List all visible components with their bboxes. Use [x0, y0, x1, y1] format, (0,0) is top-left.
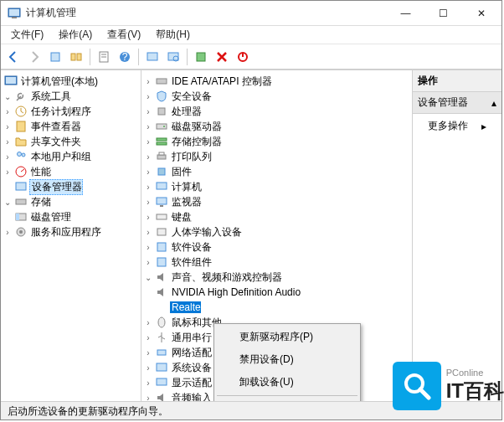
tree-devmgr[interactable]: 设备管理器: [3, 179, 139, 194]
up-button[interactable]: [46, 48, 64, 66]
show-hide-button[interactable]: [67, 48, 85, 66]
expand-icon[interactable]: ›: [143, 378, 153, 388]
back-button[interactable]: [4, 48, 23, 66]
svg-rect-4: [71, 54, 75, 60]
expand-icon[interactable]: ›: [3, 107, 13, 116]
properties-button[interactable]: [95, 48, 113, 66]
tb-scan-icon[interactable]: [143, 48, 162, 66]
expand-icon[interactable]: ›: [143, 77, 153, 86]
forward-button[interactable]: [25, 48, 44, 66]
tb-scan2-icon[interactable]: [164, 48, 183, 66]
svg-rect-42: [157, 229, 166, 235]
svg-rect-48: [157, 378, 167, 385]
collapse-icon[interactable]: ⌄: [3, 92, 13, 101]
actions-more[interactable]: 更多操作 ▸: [413, 114, 501, 138]
cat-monitor[interactable]: ›监视器: [143, 194, 410, 209]
separator: [138, 49, 139, 65]
cat-printq[interactable]: ›打印队列: [143, 149, 410, 164]
cat-diskdrv[interactable]: ›磁盘驱动器: [143, 119, 410, 134]
collapse-icon[interactable]: ▴: [491, 97, 496, 109]
expand-icon[interactable]: ›: [143, 92, 153, 101]
cat-softcomp[interactable]: ›软件组件: [143, 255, 410, 270]
expand-icon[interactable]: ›: [143, 318, 153, 327]
tb-update-icon[interactable]: [192, 48, 210, 66]
cat-sound[interactable]: ⌄声音、视频和游戏控制器: [143, 270, 410, 285]
tree-eventv[interactable]: ›事件查看器: [3, 119, 139, 134]
expand-icon[interactable]: ›: [143, 122, 153, 131]
expand-icon[interactable]: ›: [143, 394, 153, 402]
cat-softdev[interactable]: ›软件设备: [143, 239, 410, 255]
tree-task[interactable]: ›任务计划程序: [3, 104, 139, 119]
expand-icon[interactable]: ›: [143, 243, 153, 252]
clock-icon: [14, 105, 28, 118]
mouse-icon: [155, 316, 168, 329]
tree-root[interactable]: 计算机管理(本地): [3, 74, 139, 89]
tree-diskmgr[interactable]: 磁盘管理: [3, 209, 139, 224]
expand-icon[interactable]: ›: [143, 198, 153, 207]
cat-firmware[interactable]: ›固件: [143, 164, 410, 179]
tree-systools[interactable]: ⌄系统工具: [3, 89, 139, 104]
printer-icon: [155, 150, 168, 163]
close-button[interactable]: ✕: [462, 2, 500, 25]
device-tree-pane[interactable]: ›IDE ATA/ATAPI 控制器 ›安全设备 ›处理器 ›磁盘驱动器 ›存储…: [141, 70, 413, 401]
expand-icon[interactable]: ›: [143, 107, 153, 116]
expand-icon[interactable]: ›: [143, 348, 153, 358]
expand-icon[interactable]: ›: [143, 137, 153, 147]
ctx-scan-hardware[interactable]: 扫描检测硬件改动(A): [216, 398, 358, 401]
cat-cpu[interactable]: ›处理器: [143, 104, 410, 119]
tree-storage[interactable]: ⌄存储: [3, 194, 139, 209]
expand-icon[interactable]: ›: [143, 152, 153, 162]
minimize-button[interactable]: —: [387, 2, 424, 25]
left-tree: 计算机管理(本地) ⌄系统工具 ›任务计划程序 ›事件查看器 ›共享文件夹 ›本…: [3, 74, 139, 239]
tb-disable-icon[interactable]: [234, 48, 252, 66]
expand-icon[interactable]: ›: [143, 228, 153, 237]
expand-icon[interactable]: ›: [143, 363, 153, 373]
svg-rect-43: [157, 243, 166, 251]
expand-icon[interactable]: ›: [3, 137, 13, 147]
menu-help[interactable]: 帮助(H): [149, 26, 197, 44]
storage-icon: [14, 195, 28, 208]
dev-nvidia[interactable]: NVIDIA High Definition Audio: [143, 285, 410, 300]
cat-keyboard[interactable]: ›键盘: [143, 209, 410, 224]
tree-services[interactable]: ›服务和应用程序: [3, 224, 139, 239]
left-tree-pane[interactable]: 计算机管理(本地) ⌄系统工具 ›任务计划程序 ›事件查看器 ›共享文件夹 ›本…: [1, 70, 141, 401]
ctx-uninstall-device[interactable]: 卸载设备(U): [216, 371, 358, 394]
svg-rect-24: [16, 199, 26, 204]
expand-icon[interactable]: ›: [143, 213, 153, 222]
menu-view[interactable]: 查看(V): [100, 26, 147, 44]
collapse-icon[interactable]: ⌄: [143, 273, 153, 282]
expand-icon[interactable]: ›: [3, 122, 13, 131]
cat-security[interactable]: ›安全设备: [143, 89, 410, 104]
monitor-icon: [155, 195, 168, 208]
expand-icon[interactable]: ›: [143, 333, 153, 342]
cat-hid[interactable]: ›人体学输入设备: [143, 224, 410, 239]
collapse-icon[interactable]: ⌄: [3, 198, 13, 207]
separator: [217, 395, 357, 396]
actions-subheader[interactable]: 设备管理器 ▴: [413, 92, 501, 114]
dev-realtek[interactable]: Realte: [143, 300, 410, 315]
tree-users[interactable]: ›本地用户和组: [3, 149, 139, 164]
expand-icon[interactable]: ›: [3, 167, 13, 177]
expand-icon[interactable]: ›: [143, 258, 153, 267]
help-button[interactable]: ?: [116, 48, 134, 66]
tree-shared[interactable]: ›共享文件夹: [3, 134, 139, 149]
ctx-update-driver[interactable]: 更新驱动程序(P): [216, 326, 358, 348]
cat-ide[interactable]: ›IDE ATA/ATAPI 控制器: [143, 74, 410, 89]
menu-action[interactable]: 操作(A): [52, 26, 99, 44]
expand-icon[interactable]: ›: [143, 183, 153, 192]
expand-icon[interactable]: ›: [3, 228, 13, 237]
svg-rect-23: [16, 183, 26, 190]
cat-storctl[interactable]: ›存储控制器: [143, 134, 410, 149]
expand-icon[interactable]: ›: [3, 152, 13, 162]
storagectl-icon: [155, 135, 168, 148]
titlebar[interactable]: 计算机管理 — ☐ ✕: [1, 1, 501, 26]
audio-icon: [155, 286, 168, 299]
menu-file[interactable]: 文件(F): [4, 26, 50, 44]
maximize-button[interactable]: ☐: [424, 2, 462, 25]
tree-perf[interactable]: ›性能: [3, 164, 139, 179]
expand-icon[interactable]: ›: [143, 167, 153, 177]
computer-management-window: 计算机管理 — ☐ ✕ 文件(F) 操作(A) 查看(V) 帮助(H) ? 计算…: [0, 0, 502, 420]
tb-uninstall-icon[interactable]: [213, 48, 231, 66]
cat-computer[interactable]: ›计算机: [143, 179, 410, 194]
ctx-disable-device[interactable]: 禁用设备(D): [216, 348, 358, 371]
